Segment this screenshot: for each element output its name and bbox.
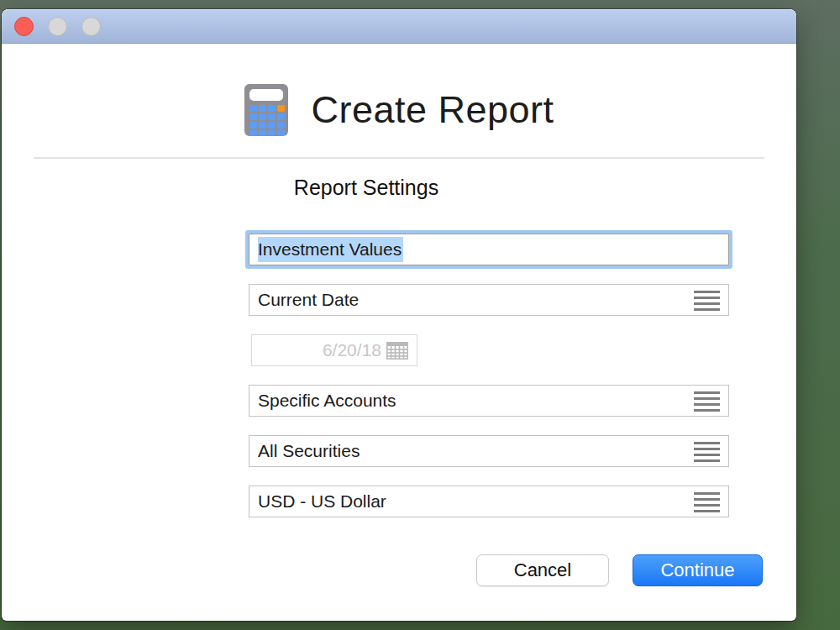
page-title: Create Report <box>311 88 554 132</box>
zoom-button[interactable] <box>81 17 101 36</box>
continue-button[interactable]: Continue <box>633 554 763 586</box>
menu-lines-icon <box>694 442 720 462</box>
calculator-icon <box>244 83 289 137</box>
section-subtitle: Report Settings <box>2 176 731 200</box>
create-report-dialog: Create Report Report Settings Name: Inve… <box>2 9 796 621</box>
menu-lines-icon <box>694 391 720 412</box>
accounts-dropdown[interactable]: Specific Accounts <box>249 385 729 417</box>
date-input: 6/20/18 <box>251 334 417 366</box>
cancel-button[interactable]: Cancel <box>476 554 609 586</box>
currency-dropdown[interactable]: USD - US Dollar <box>249 486 729 517</box>
securities-dropdown[interactable]: All Securities <box>249 435 729 467</box>
title-bar[interactable] <box>2 9 796 44</box>
date-value: 6/20/18 <box>323 340 381 360</box>
header-divider <box>34 157 764 159</box>
date-type-dropdown[interactable]: Current Date <box>249 284 729 316</box>
securities-value: All Securities <box>258 441 360 461</box>
minimize-button[interactable] <box>48 17 67 36</box>
menu-lines-icon <box>694 291 720 311</box>
accounts-value: Specific Accounts <box>258 391 396 411</box>
date-type-value: Current Date <box>258 290 359 310</box>
calendar-icon <box>386 342 408 360</box>
dialog-header: Create Report <box>2 76 796 144</box>
menu-lines-icon <box>694 492 720 512</box>
name-input-selected-text: Investment Values <box>258 237 403 262</box>
currency-value: USD - US Dollar <box>258 491 386 512</box>
close-button[interactable] <box>14 17 34 36</box>
name-input[interactable]: Investment Values <box>249 234 729 265</box>
